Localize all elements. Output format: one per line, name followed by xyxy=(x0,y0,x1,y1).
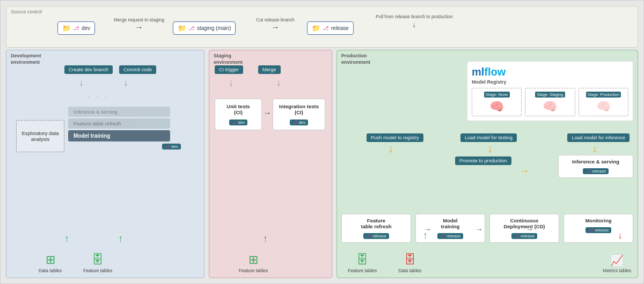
folder-icon-release: 📁 xyxy=(312,24,320,32)
push-model-badge-container: Push model to registry xyxy=(367,133,423,142)
data-tables-label-dev: Data tables xyxy=(39,268,62,273)
promote-badge: Promote to production xyxy=(455,156,511,165)
dev-up-arrow-1: ↑ xyxy=(64,233,69,244)
integration-tests-title: Integration tests(CI) xyxy=(276,103,321,115)
source-control-label: Source control xyxy=(11,9,42,14)
promote-badge-container: Promote to production xyxy=(455,156,511,165)
load-inference-orange-arrow: ↓ xyxy=(592,143,597,155)
git-icon-release: ⎇ xyxy=(323,25,329,31)
release-branch-label: release xyxy=(331,25,349,31)
mlflow-logo: mlflow xyxy=(472,66,628,78)
dev-branch-node: 📁 ⎇ dev xyxy=(57,21,95,35)
create-dev-branch-badge: Create dev branch xyxy=(64,65,113,74)
dev-release-badge: ⎇ dev xyxy=(162,144,181,150)
dev-branch-label: dev xyxy=(82,25,90,31)
stage-staging: Stage: Staging 🧠 xyxy=(525,88,575,116)
prod-data-icons: 🗄 Feature tables 🗄 Data tables xyxy=(348,253,421,273)
staging-up-arrow: ↑ xyxy=(263,233,268,244)
prod-bottom-cards: Featuretable refresh ⎇ release Modeltrai… xyxy=(341,214,633,243)
registry-label: Model Registry xyxy=(472,79,628,85)
feature-tables-staging: ⊞ Feature tables xyxy=(239,253,268,273)
inference-serving-prod: Inference & serving ⎇ release xyxy=(558,155,633,178)
dev-data-icons: ⊞ Data tables 🗄 Feature tables xyxy=(39,253,112,273)
staging-branch-label: staging (main) xyxy=(197,25,231,31)
integration-tests-box: Integration tests(CI) ⎇ dev xyxy=(273,99,325,130)
stage-production-title: Stage: Production xyxy=(586,92,621,98)
pull-release-label: Pull from release branch to production ↓ xyxy=(376,14,453,29)
dev-up-arrow-2: ↑ xyxy=(118,233,123,244)
metrics-tables-label: Metrics tables xyxy=(603,268,631,273)
promote-orange-arrow: → xyxy=(519,166,529,177)
merge-badge: Merge xyxy=(258,65,281,74)
brain-staging-icon: 🧠 xyxy=(528,100,572,114)
model-training-release-badge: ⎇ release xyxy=(437,233,463,239)
monitoring-title: Monitoring xyxy=(568,218,628,223)
unit-tests-box: Unit tests(CI) ⎇ dev xyxy=(215,99,262,130)
folder-icon-staging: 📁 xyxy=(178,24,186,32)
prod-env-label: Productionenvironment xyxy=(341,53,370,65)
folder-icon: 📁 xyxy=(62,24,71,32)
card-arrow-2: → xyxy=(475,225,483,234)
metrics-tables-icon: 📈 xyxy=(610,254,624,267)
card-arrow-3: → xyxy=(526,225,533,234)
inference-serving-release-badge: ⎇ release xyxy=(583,168,609,174)
prod-up-arrow-1: ↑ xyxy=(374,230,378,241)
release-branch-node: 📁 ⎇ release xyxy=(307,21,354,35)
data-tables-label-prod: Data tables xyxy=(398,268,421,273)
load-inference-badge: Load model for inference xyxy=(567,133,630,142)
inference-serving-bar: Inference & serving xyxy=(68,107,170,117)
monitoring-card: Monitoring ⎇ release xyxy=(564,214,633,243)
source-control-area: Source control 📁 ⎇ dev Merge request to … xyxy=(6,6,638,48)
data-tables-prod: 🗄 Data tables xyxy=(398,253,421,273)
production-environment: Productionenvironment mlflow Model Regis… xyxy=(336,50,638,278)
stage-staging-title: Stage: Staging xyxy=(535,92,565,98)
git-icon: ⎇ xyxy=(73,25,79,31)
feature-table-refresh-title: Featuretable refresh xyxy=(346,218,406,229)
unit-tests-dev-badge: ⎇ dev xyxy=(229,119,248,125)
feature-table-refresh-bar: Feature table refresh xyxy=(68,118,170,129)
monitoring-release-badge: ⎇ release xyxy=(586,227,611,233)
metrics-tables-prod: 📈 Metrics tables xyxy=(603,254,631,273)
commit-code-badge: Commit code xyxy=(119,65,156,74)
feature-tables-label-staging: Feature tables xyxy=(239,268,268,273)
feature-tables-icon-staging: ⊞ xyxy=(248,253,258,267)
ci-down-arrow: ↓ xyxy=(229,77,233,88)
staging-branch-node: 📁 ⎇ staging (main) xyxy=(173,21,236,35)
merge-down-arrow: ↓ xyxy=(276,77,281,88)
model-training-bar: Model training xyxy=(68,130,170,141)
monitoring-down-arrow: ↓ xyxy=(618,230,623,241)
staging-environment: Stagingenvironment CI trigger Merge ↓ ↓ … xyxy=(209,50,332,278)
load-inference-badge-container: Load model for inference xyxy=(567,133,630,142)
brain-none-icon: 🧠 xyxy=(474,100,519,114)
staging-env-label: Stagingenvironment xyxy=(214,53,243,65)
data-tables-icon-dev: ⊞ xyxy=(46,253,55,267)
eda-box: Exploratory data analysis xyxy=(16,120,64,152)
continuous-deployment-title: ContinuousDeployment (CD) xyxy=(494,218,554,229)
registry-stages: Stage: None 🧠 Stage: Staging 🧠 Stage: Pr… xyxy=(472,88,628,116)
push-model-badge: Push model to registry xyxy=(367,133,423,142)
mlflow-box: mlflow Model Registry Stage: None 🧠 Stag… xyxy=(467,61,633,121)
stage-production: Stage: Production 🧠 xyxy=(579,88,628,116)
continuous-deployment-card: ContinuousDeployment (CD) ⎇ release xyxy=(489,214,559,243)
dev-pipeline: Inference & serving Feature table refres… xyxy=(68,107,186,150)
git-icon-staging: ⎇ xyxy=(188,25,195,31)
merge-request-label: Merge request to staging → xyxy=(114,17,164,32)
cd-release-badge: ⎇ release xyxy=(511,233,537,239)
load-testing-orange-arrow: ↓ xyxy=(487,143,493,155)
load-testing-badge: Load model for testing xyxy=(460,133,517,142)
feature-tables-prod: 🗄 Feature tables xyxy=(348,253,377,273)
brain-prod-icon: 🧠 xyxy=(581,100,626,114)
feature-tables-icon-prod: 🗄 xyxy=(356,253,368,267)
stage-none: Stage: None 🧠 xyxy=(472,88,522,116)
inference-serving-prod-title: Inference & serving xyxy=(563,159,628,165)
integration-tests-dev-badge: ⎇ dev xyxy=(290,119,309,125)
tests-arrow: → xyxy=(263,108,272,118)
feature-tables-icon-dev: 🗄 xyxy=(92,253,104,267)
ci-trigger-badge: CI trigger xyxy=(215,65,243,74)
dots-placeholder: . . . xyxy=(88,91,109,99)
dev-env-label: Developmentenvironment xyxy=(11,53,41,65)
git-icon-dev-badge: ⎇ xyxy=(165,144,170,149)
stage-none-title: Stage: None xyxy=(484,92,510,98)
feature-tables-label-dev: Feature tables xyxy=(83,268,112,273)
cut-release-label: Cut release branch → xyxy=(256,17,295,32)
